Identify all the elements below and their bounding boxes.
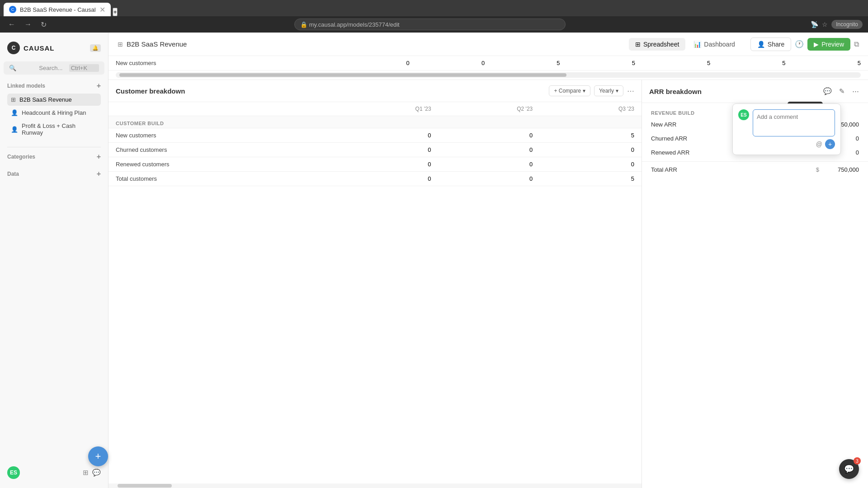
cell-7: 5 — [793, 56, 868, 70]
new-tab-button[interactable]: + — [113, 8, 118, 16]
dashboard-tab[interactable]: 📊 Dashboard — [687, 38, 741, 51]
cell-renewed-q2: 0 — [439, 157, 540, 172]
copy-icon[interactable]: ⧉ — [854, 40, 859, 48]
bookmark-icon[interactable]: ☆ — [822, 21, 828, 28]
sidebar-footer: ES ⊞ 💬 — [0, 463, 108, 483]
data-header: Data + — [7, 170, 101, 178]
linked-models-section: Linked models + ⊞ B2B SaaS Revenue 👤 Hea… — [0, 80, 108, 141]
cell-total-q2: 0 — [439, 172, 540, 186]
cell-churned-q3: 0 — [540, 143, 642, 157]
customer-panel-scrollbar[interactable] — [108, 483, 642, 488]
mention-button[interactable]: @ — [816, 139, 822, 149]
chat-icon[interactable]: 💬 — [92, 469, 101, 477]
user-avatar: ES — [7, 466, 20, 479]
share-button[interactable]: 👤 Share — [750, 38, 791, 51]
customer-build-label: CUSTOMER BUILD — [108, 116, 642, 128]
chat-badge: 3 — [854, 457, 861, 465]
sidebar: C CAUSAL 🔔 🔍 Search... Ctrl+K Linked mod… — [0, 33, 108, 488]
refresh-button[interactable]: ↻ — [38, 19, 49, 31]
add-data-button[interactable]: + — [97, 170, 101, 178]
table-scroll-top[interactable]: New customers 0 0 5 5 5 5 5 — [108, 56, 868, 70]
comment-popup-header: ES — [738, 109, 835, 136]
arr-panel-title: ARR breakdown — [649, 88, 821, 95]
browser-tabs: C B2B SaaS Revenue - Causal ✕ + — [0, 0, 868, 16]
customer-panel-title: Customer breakdown — [116, 87, 549, 95]
submit-comment-button[interactable]: + — [825, 139, 835, 149]
table-row-renewed-customers: Renewed customers 0 0 0 — [108, 157, 642, 172]
compare-button[interactable]: + Compare ▾ — [549, 85, 590, 96]
row-label-renewed: Renewed customers — [108, 157, 337, 172]
add-fab-button[interactable]: + — [88, 446, 108, 466]
cell-renewed-q3: 0 — [540, 157, 642, 172]
tab-close-button[interactable]: ✕ — [99, 5, 105, 14]
sidebar-item-label: B2B SaaS Revenue — [19, 96, 72, 103]
model-icon-b2b: ⊞ — [11, 96, 16, 103]
model-name: B2B SaaS Revenue — [127, 40, 187, 48]
search-bar[interactable]: 🔍 Search... Ctrl+K — [4, 61, 104, 75]
spreadsheet-tab[interactable]: ⊞ Spreadsheet — [629, 38, 685, 51]
bottom-scrollbar-thumb[interactable] — [118, 484, 172, 488]
sidebar-item-profit-loss[interactable]: 👤 Profit & Loss + Cash Runway — [7, 120, 101, 139]
more-options-button[interactable]: ⋯ — [627, 87, 634, 95]
sidebar-divider-1 — [7, 147, 101, 147]
logo-initial: C — [12, 45, 16, 51]
sidebar-item-b2b-saas-revenue[interactable]: ⊞ B2B SaaS Revenue — [7, 94, 101, 106]
comment-popup: ES @ + — [732, 103, 841, 155]
back-button[interactable]: ← — [5, 19, 18, 30]
add-category-button[interactable]: + — [97, 153, 101, 161]
add-linked-model-button[interactable]: + — [97, 82, 101, 90]
arr-label-total: Total ARR — [651, 166, 816, 173]
header-q3: Q3 '23 — [540, 102, 642, 116]
chevron-down-icon: ▾ — [616, 88, 618, 94]
section-header-row: CUSTOMER BUILD — [108, 116, 642, 128]
forward-button[interactable]: → — [22, 19, 34, 30]
arr-row-total: Total ARR $ 750,000 — [642, 161, 868, 177]
chat-fab-button[interactable]: 💬 3 — [839, 459, 859, 479]
toolbar-icons: 📡 ☆ Incognito — [811, 20, 863, 29]
row-label-churned: Churned customers — [108, 143, 337, 157]
spreadsheet-icon: ⊞ — [635, 41, 641, 48]
comments-button[interactable]: 💬 — [821, 85, 834, 97]
play-icon: ▶ — [814, 41, 819, 48]
model-icon-profit: 👤 — [11, 126, 18, 133]
incognito-button[interactable]: Incognito — [831, 20, 863, 29]
browser-chrome: C B2B SaaS Revenue - Causal ✕ + ← → ↻ 🔒 … — [0, 0, 868, 33]
address-text: my.causal.app/models/235774/edit — [309, 21, 400, 28]
row-label: New customers — [108, 56, 342, 70]
arr-value-total: 750,000 — [823, 166, 859, 173]
address-bar[interactable]: 🔒 my.causal.app/models/235774/edit — [294, 19, 566, 30]
table-row-new-customers: New customers 0 0 5 — [108, 128, 642, 143]
arr-currency-total: $ — [816, 166, 819, 173]
browser-toolbar: ← → ↻ 🔒 my.causal.app/models/235774/edit… — [0, 16, 868, 33]
data-section: Data + — [0, 168, 108, 183]
comment-footer: @ + — [738, 139, 835, 149]
cell-5: 5 — [642, 56, 717, 70]
notification-icon[interactable]: 🔔 — [90, 44, 101, 52]
footer-icons: ⊞ 💬 — [83, 469, 101, 477]
edit-button[interactable]: ✎ — [837, 85, 847, 97]
preview-button[interactable]: ▶ Preview — [807, 38, 850, 51]
cell-2: 0 — [417, 56, 492, 70]
dashboard-icon: 📊 — [693, 41, 701, 48]
cell-total-q3: 5 — [540, 172, 642, 186]
sidebar-item-headcount[interactable]: 👤 Headcount & Hiring Plan — [7, 107, 101, 119]
table-row-total-customers: Total customers 0 0 5 — [108, 172, 642, 186]
history-icon[interactable]: 🕐 — [795, 40, 804, 48]
customer-table: Q1 '23 Q2 '23 Q3 '23 CUSTOMER BUILD New … — [108, 102, 642, 186]
more-button[interactable]: ⋯ — [850, 85, 861, 97]
yearly-button[interactable]: Yearly ▾ — [594, 85, 623, 96]
cast-icon[interactable]: 📡 — [811, 21, 818, 28]
header-q1: Q1 '23 — [337, 102, 439, 116]
topbar-left: ⊞ B2B SaaS Revenue — [118, 40, 187, 48]
right-section: ⊞ B2B SaaS Revenue ⊞ Spreadsheet 📊 Dashb… — [108, 33, 868, 488]
comment-input[interactable] — [753, 109, 835, 136]
cell-total-q1: 0 — [337, 172, 439, 186]
active-tab[interactable]: C B2B SaaS Revenue - Causal ✕ — [4, 3, 111, 16]
scrollbar-thumb[interactable] — [119, 73, 566, 77]
customer-panel-table[interactable]: Q1 '23 Q2 '23 Q3 '23 CUSTOMER BUILD New … — [108, 102, 642, 483]
grid-icon[interactable]: ⊞ — [83, 469, 89, 477]
arr-panel-icons: 💬 ✎ ⋯ — [821, 85, 861, 97]
model-icon-headcount: 👤 — [11, 109, 18, 116]
search-placeholder: Search... — [39, 65, 65, 71]
top-scrollbar[interactable] — [116, 72, 861, 78]
